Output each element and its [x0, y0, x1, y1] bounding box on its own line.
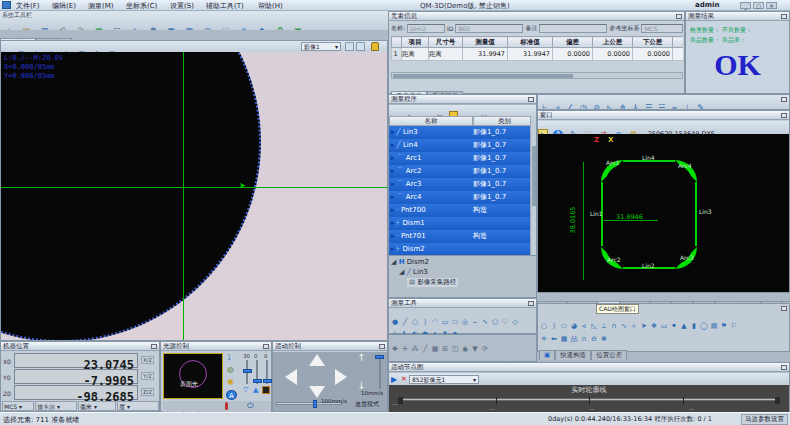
- program-item-pnt701[interactable]: ▸· Pnt701构造: [389, 230, 530, 243]
- intersect-icon[interactable]: ⋔: [616, 102, 629, 110]
- construct-rotate-icon[interactable]: ⟳: [480, 345, 490, 354]
- timeline-handle-left[interactable]: [398, 397, 403, 404]
- perpendicular-icon[interactable]: ⊥: [681, 102, 694, 110]
- ring-segment-icon[interactable]: ◍: [227, 365, 234, 374]
- unit-select[interactable]: 毫米 ▾: [78, 401, 116, 411]
- node-source-select[interactable]: 852影像元1▾: [409, 375, 479, 384]
- maximize-button[interactable]: □: [753, 2, 764, 9]
- program-item-arc4[interactable]: ▸⌒ Arc4影像1_0.7: [389, 191, 530, 204]
- construct-scatter-icon[interactable]: ⁂: [410, 345, 420, 354]
- float-icon[interactable]: [528, 97, 534, 102]
- menu-help[interactable]: 帮助(H): [258, 1, 283, 11]
- menu-settings[interactable]: 设置(S): [170, 1, 194, 11]
- detail-path[interactable]: ▤ 影像采集路径: [407, 278, 458, 287]
- close-button[interactable]: ✕: [766, 2, 777, 9]
- cad-tab-position-tolerance[interactable]: 位置公差: [591, 350, 627, 360]
- ref-coord-field[interactable]: MCS: [641, 24, 683, 33]
- angle-measure-icon[interactable]: ∠: [564, 102, 577, 110]
- pin-icon[interactable]: [263, 344, 269, 349]
- menu-tools[interactable]: 辅助工具(T): [206, 1, 244, 11]
- power-icon[interactable]: ⏻: [247, 401, 253, 411]
- cad-tab-quick-construct[interactable]: 快速构造: [555, 350, 591, 360]
- construct-pair-icon[interactable]: ◫: [450, 345, 460, 354]
- node-play-icon[interactable]: ▶: [389, 375, 399, 384]
- float-icon[interactable]: [781, 14, 787, 19]
- diameter-icon[interactable]: ⊘: [590, 102, 603, 110]
- construct-grid-icon[interactable]: ⊞: [440, 345, 450, 354]
- program-item-lin3[interactable]: ▸╱ Lin3影像1_0.7: [389, 126, 530, 139]
- detail-dism2[interactable]: ◢ H Dism2: [391, 258, 429, 266]
- col-out-tol[interactable]: 超差值: [673, 37, 684, 48]
- program-item-dism1[interactable]: ▸⊦ Dism1: [389, 217, 530, 230]
- construct-target-icon[interactable]: ◉: [460, 345, 470, 354]
- id-field[interactable]: 860: [455, 24, 523, 33]
- float-icon[interactable]: [781, 306, 787, 311]
- float-icon[interactable]: [781, 97, 787, 102]
- axis-x-half-button[interactable]: X/2: [141, 356, 154, 364]
- perpendicular-corner-icon[interactable]: ⊾: [603, 102, 616, 110]
- float-icon[interactable]: [676, 14, 682, 19]
- program-item-lin4[interactable]: ▸╱ Lin4影像1_0.7: [389, 139, 530, 152]
- construct-cross-icon[interactable]: ✚: [390, 345, 400, 354]
- remark-field[interactable]: [539, 24, 607, 33]
- minimize-button[interactable]: _: [740, 2, 751, 9]
- name-field[interactable]: Dim2: [407, 24, 445, 33]
- light-preview[interactable]: 表面光: [163, 353, 223, 399]
- menu-coord[interactable]: 坐标系(C): [126, 1, 157, 11]
- col-index[interactable]: [392, 37, 402, 48]
- light-slider-3[interactable]: [263, 379, 272, 383]
- light-slider-2[interactable]: [253, 379, 262, 383]
- construct-line-icon[interactable]: ╱: [420, 345, 430, 354]
- table-row[interactable]: 1 距离 距离 31.9947 31.9947 0.0000 0.0000 0.…: [392, 48, 684, 61]
- axis-y-half-button[interactable]: Y/2: [141, 372, 154, 380]
- offset-tool-icon[interactable]: ⫞: [551, 102, 564, 110]
- lamp-icon[interactable]: ▽: [243, 386, 248, 394]
- col-nominal[interactable]: 标准值: [508, 37, 553, 48]
- camera-select[interactable]: 影像1▾: [301, 42, 341, 51]
- motor-params-button[interactable]: 马达参数设置: [741, 414, 788, 425]
- tangent-icon[interactable]: ⫢: [668, 102, 681, 110]
- float-icon[interactable]: [781, 365, 787, 370]
- jog-z-up-button[interactable]: ↑: [357, 352, 365, 363]
- speed-slider-handle[interactable]: [313, 400, 317, 408]
- lock-icon[interactable]: [371, 42, 379, 51]
- jog-up-button[interactable]: [309, 354, 325, 366]
- coord-system-select[interactable]: MCS ▾: [2, 401, 34, 411]
- program-item-pnt700[interactable]: ▸· Pnt700构造: [389, 204, 530, 217]
- program-col-name[interactable]: 名称: [389, 116, 473, 126]
- axis-z-half-button[interactable]: Z/2: [141, 388, 154, 396]
- col-lower-tol[interactable]: 下公差: [633, 37, 673, 48]
- program-item-arc2[interactable]: ▸⌒ Arc2影像1_0.7: [389, 165, 530, 178]
- bottom-light-icon[interactable]: ◉: [227, 377, 234, 386]
- timeline-track[interactable]: [401, 398, 777, 401]
- program-col-category[interactable]: 类别: [473, 116, 536, 126]
- node-delete-icon[interactable]: ✕: [399, 375, 409, 384]
- parallel-icon[interactable]: ☰: [642, 102, 655, 110]
- col-measured[interactable]: 测量值: [463, 37, 508, 48]
- construct-plus-icon[interactable]: ✛: [400, 345, 410, 354]
- construct-filter-icon[interactable]: ▼: [470, 345, 480, 354]
- jog-left-button[interactable]: [285, 369, 297, 385]
- menu-file[interactable]: 文件(F): [16, 1, 40, 11]
- coord-mode-select[interactable]: 笛卡尔 ▾: [35, 401, 77, 411]
- speed-slider-vertical[interactable]: [375, 355, 384, 359]
- jog-right-button[interactable]: [335, 369, 347, 385]
- zoom-out-button[interactable]: [356, 42, 365, 51]
- edit-pen-icon[interactable]: ✎: [694, 102, 707, 110]
- branch-icon[interactable]: ⅄: [629, 102, 642, 110]
- distance-tool-icon[interactable]: ⊦: [538, 102, 551, 110]
- time-circle-icon[interactable]: ◷: [577, 102, 590, 110]
- timeline-handle-right[interactable]: [775, 397, 780, 404]
- dark-frame-button[interactable]: [262, 386, 270, 394]
- menu-measure[interactable]: 测量(M): [88, 1, 114, 11]
- float-icon[interactable]: [528, 301, 534, 306]
- float-icon[interactable]: [781, 113, 787, 118]
- horizontal-scrollbar[interactable]: [391, 72, 683, 79]
- rotate-light-icon[interactable]: ⤵: [227, 353, 231, 362]
- pin-icon[interactable]: [151, 344, 157, 349]
- auto-light-button[interactable]: A: [226, 390, 237, 400]
- program-item-arc1[interactable]: ▸⌒ Arc1影像1_0.7: [389, 152, 530, 165]
- detail-lin3[interactable]: ◢ ╱ Lin3: [399, 268, 428, 276]
- cad-tab-icon-tool[interactable]: ▣: [539, 350, 555, 360]
- col-upper-tol[interactable]: 上公差: [593, 37, 633, 48]
